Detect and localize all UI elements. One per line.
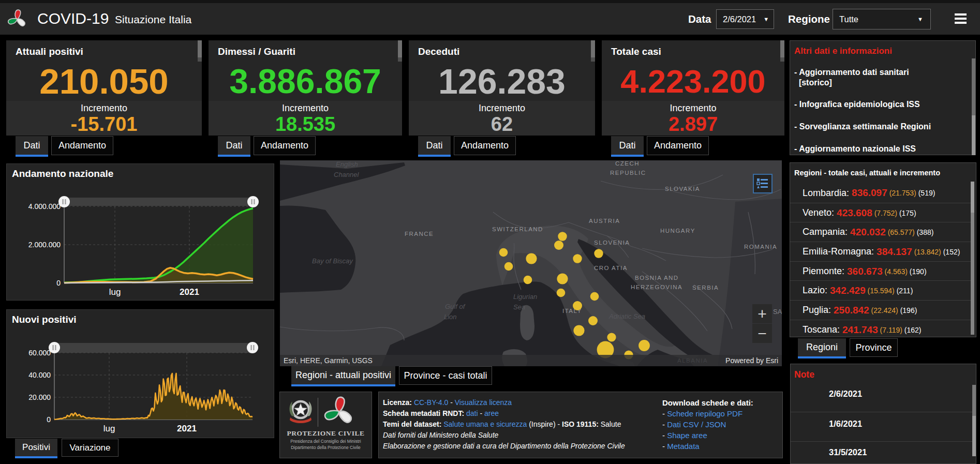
svg-text:English: English [336, 160, 358, 168]
svg-text:Gulf of: Gulf of [445, 303, 466, 310]
svg-text:Esri, HERE, Garmin, USGS: Esri, HERE, Garmin, USGS [284, 356, 373, 365]
svg-text:HERZEGOVINA: HERZEGOVINA [631, 284, 682, 290]
svg-text:FRANCE: FRANCE [405, 231, 434, 237]
svg-text:60.000: 60.000 [28, 349, 51, 357]
svg-text:SERBIA: SERBIA [692, 285, 719, 291]
svg-text:CZECH: CZECH [615, 160, 640, 167]
svg-text:AUSTRIA: AUSTRIA [589, 218, 620, 224]
svg-text:SLOVENIA: SLOVENIA [594, 240, 630, 246]
svg-text:lug: lug [109, 287, 121, 297]
svg-text:CRO ATIA: CRO ATIA [594, 265, 628, 271]
svg-text:SAR: SAR [773, 308, 782, 316]
svg-text:2021: 2021 [180, 287, 199, 297]
svg-text:2.000.000: 2.000.000 [28, 241, 61, 249]
svg-text:REPUBLIC: REPUBLIC [610, 170, 646, 176]
svg-text:Adriatic Sea: Adriatic Sea [608, 312, 645, 320]
svg-text:Lion: Lion [444, 313, 457, 321]
svg-text:4.000.000: 4.000.000 [28, 202, 61, 211]
svg-text:Bay of Biscay: Bay of Biscay [312, 257, 353, 265]
svg-text:20.000: 20.000 [28, 393, 51, 401]
svg-text:ROMANIA: ROMANIA [744, 244, 777, 250]
svg-text:0: 0 [47, 415, 51, 424]
svg-text:BOSNIA AND: BOSNIA AND [635, 275, 679, 281]
svg-text:Sea: Sea [513, 303, 525, 311]
svg-text:SWITZERLAND: SWITZERLAND [492, 226, 543, 232]
svg-text:Powered by Esri: Powered by Esri [725, 356, 778, 365]
svg-text:40.000: 40.000 [28, 371, 51, 379]
svg-text:Ligurian: Ligurian [513, 293, 537, 301]
svg-text:HUNGARY: HUNGARY [660, 228, 695, 234]
svg-text:lug: lug [103, 424, 115, 433]
svg-text:2021: 2021 [177, 424, 197, 433]
svg-text:SLOVAKIA: SLOVAKIA [665, 186, 700, 192]
svg-text:Channel: Channel [334, 171, 360, 178]
svg-text:0: 0 [56, 279, 61, 287]
